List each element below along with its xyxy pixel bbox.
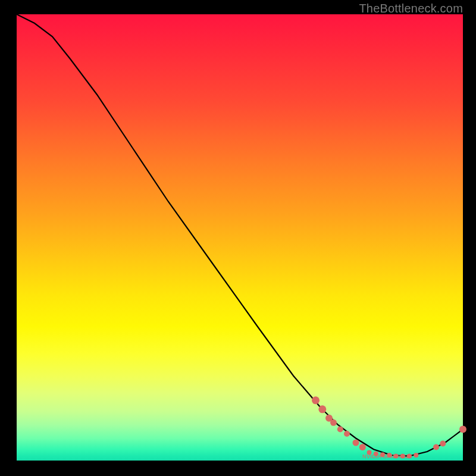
data-dot (318, 405, 326, 413)
data-dot (433, 444, 439, 450)
data-dot (330, 419, 337, 426)
data-dot (459, 426, 466, 433)
data-dot (414, 453, 418, 458)
chart-svg: NVIDIA GRID K520 (17, 14, 463, 461)
attribution-text: TheBottleneck.com (359, 2, 463, 15)
data-dot (440, 441, 446, 447)
chart-stage: TheBottleneck.com NVIDIA GRID K520 (0, 0, 476, 476)
plot-area: NVIDIA GRID K520 (17, 14, 463, 461)
series-label: NVIDIA GRID K520 (362, 453, 412, 459)
bottleneck-curve (17, 14, 463, 456)
data-dot (337, 427, 343, 433)
data-dot (312, 396, 320, 404)
data-dot (353, 440, 359, 446)
data-dot (359, 444, 366, 450)
data-dots (312, 396, 466, 458)
data-dot (344, 431, 350, 437)
